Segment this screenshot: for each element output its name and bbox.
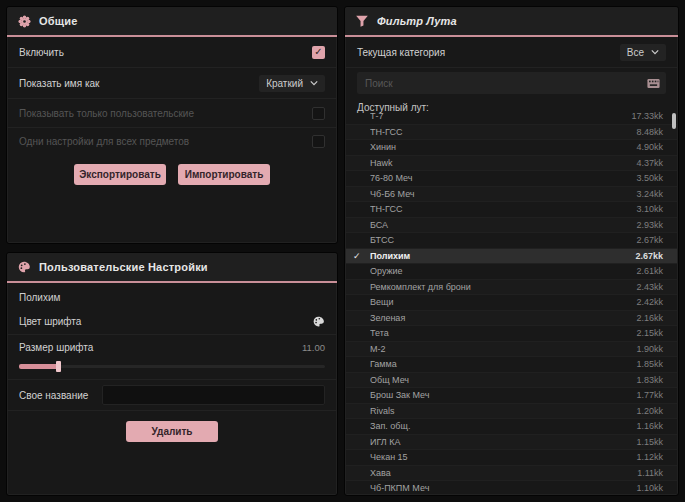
loot-item-value: 17.33kk <box>631 111 663 121</box>
loot-item-name: Rivals <box>370 406 636 416</box>
list-item[interactable]: ✓Полихим2.67kk <box>346 249 677 265</box>
display-name-dropdown[interactable]: Краткий <box>259 75 325 92</box>
list-item[interactable]: Вещи2.42kk <box>346 295 677 311</box>
loot-item-value: 1.11kk <box>637 468 663 478</box>
list-item[interactable]: Rivals1.20kk <box>346 404 677 420</box>
category-value: Все <box>627 47 644 58</box>
loot-item-name: Хинин <box>370 142 636 152</box>
display-name-row: Показать имя как Краткий <box>7 68 337 99</box>
loot-item-value: 2.16kk <box>636 313 663 323</box>
delete-row: Удалить <box>7 421 337 442</box>
panel-title: Фильтр Лута <box>377 15 457 27</box>
loot-item-name: Зеленая <box>370 313 636 323</box>
loot-list: Т-717.33kkТН-ГСС8.48kkХинин4.90kkHawk4.3… <box>346 109 677 494</box>
only-custom-checkbox[interactable] <box>312 107 325 120</box>
search-input[interactable] <box>363 77 640 90</box>
loot-item-name: БСА <box>370 220 636 230</box>
loot-item-name: Чб-Б6 Меч <box>370 189 636 199</box>
list-item[interactable]: Общ Меч1.83kk <box>346 373 677 389</box>
list-item[interactable]: БСА2.93kk <box>346 218 677 234</box>
loot-item-value: 1.12kk <box>636 452 663 462</box>
delete-button[interactable]: Удалить <box>126 421 218 442</box>
loot-item-name: БТСС <box>370 235 636 245</box>
loot-item-value: 1.77kk <box>636 390 663 400</box>
export-button[interactable]: Экспортировать <box>74 164 166 185</box>
list-item[interactable]: Чекан 151.12kk <box>346 450 677 466</box>
loot-item-name: Полихим <box>370 251 635 261</box>
loot-item-value: 1.90kk <box>636 344 663 354</box>
loot-item-name: ИГЛ КА <box>370 437 636 447</box>
loot-item-name: Ремкомплект для брони <box>370 282 636 292</box>
custom-name-label: Свое название <box>19 390 88 401</box>
loot-item-name: Гамма <box>370 359 636 369</box>
list-item[interactable]: Зап. общ.1.16kk <box>346 419 677 435</box>
loot-item-name: Тета <box>370 328 636 338</box>
selected-item-name: Полихим <box>7 283 337 308</box>
list-item[interactable]: БТСС2.67kk <box>346 233 677 249</box>
category-dropdown[interactable]: Все <box>620 44 666 61</box>
chevron-down-icon <box>651 48 659 56</box>
scrollbar-thumb[interactable] <box>672 113 676 129</box>
loot-item-name: Hawk <box>370 158 636 168</box>
same-settings-checkbox[interactable] <box>312 135 325 148</box>
loot-filter-settings-screen: Общие Включить ✓ Показать имя как Кратки… <box>0 0 685 502</box>
loot-item-value: 2.67kk <box>635 251 663 261</box>
loot-item-value: 2.15kk <box>636 328 663 338</box>
list-item[interactable]: Брош Зак Меч1.77kk <box>346 388 677 404</box>
selected-check-icon: ✓ <box>353 251 361 261</box>
list-item[interactable]: Т-717.33kk <box>346 109 677 125</box>
list-item[interactable]: Хинин4.90kk <box>346 140 677 156</box>
font-size-label: Размер шрифта <box>19 342 93 353</box>
enable-checkbox[interactable]: ✓ <box>312 46 325 59</box>
list-item[interactable]: Тета2.15kk <box>346 326 677 342</box>
list-item[interactable]: ИГЛ КА1.15kk <box>346 435 677 451</box>
list-item[interactable]: Гамма1.85kk <box>346 357 677 373</box>
list-item[interactable]: Hawk4.37kk <box>346 156 677 172</box>
font-size-slider-wrap <box>7 361 337 380</box>
loot-item-name: Хава <box>370 468 637 478</box>
list-item[interactable]: ТН-ГСС3.10kk <box>346 202 677 218</box>
panel-title: Пользовательские Настройки <box>39 261 208 273</box>
loot-item-value: 2.42kk <box>636 297 663 307</box>
loot-item-value: 1.15kk <box>636 437 663 447</box>
keyboard-icon[interactable] <box>646 76 660 90</box>
color-picker-icon[interactable] <box>311 314 325 328</box>
loot-item-value: 4.37kk <box>636 158 663 168</box>
loot-item-name: Т-7 <box>370 111 631 121</box>
font-color-label: Цвет шрифта <box>19 316 81 327</box>
font-color-row: Цвет шрифта <box>7 308 337 335</box>
list-item[interactable]: М-21.90kk <box>346 342 677 358</box>
loot-item-name: Общ Меч <box>370 375 636 385</box>
slider-track <box>19 365 325 368</box>
loot-item-value: 3.10kk <box>636 204 663 214</box>
same-settings-label: Одни настройки для всех предметов <box>19 136 189 147</box>
list-item[interactable]: ТН-ГСС8.48kk <box>346 125 677 141</box>
enable-row: Включить ✓ <box>7 37 337 68</box>
general-panel-header: Общие <box>7 7 337 35</box>
font-size-value: 11.00 <box>302 342 325 353</box>
list-item[interactable]: Зеленая2.16kk <box>346 311 677 327</box>
category-label: Текущая категория <box>357 47 445 58</box>
custom-name-input[interactable] <box>102 385 325 405</box>
list-item[interactable]: Чб-Б6 Меч3.24kk <box>346 187 677 203</box>
custom-settings-panel: Пользовательские Настройки Полихим Цвет … <box>6 252 338 496</box>
list-item[interactable]: 76-80 Меч3.50kk <box>346 171 677 187</box>
font-size-slider[interactable] <box>19 361 325 371</box>
loot-item-name: М-2 <box>370 344 636 354</box>
loot-item-value: 1.83kk <box>636 375 663 385</box>
loot-item-value: 3.24kk <box>636 189 663 199</box>
list-item[interactable]: Ремкомплект для брони2.43kk <box>346 280 677 296</box>
list-item[interactable]: Хава1.11kk <box>346 466 677 482</box>
only-custom-row: Показывать только пользовательские <box>7 99 337 128</box>
list-item[interactable]: Оружие2.61kk <box>346 264 677 280</box>
display-name-value: Краткий <box>266 78 303 89</box>
loot-item-name: Брош Зак Меч <box>370 390 636 400</box>
loot-item-value: 4.90kk <box>636 142 663 152</box>
loot-item-name: ТН-ГСС <box>370 204 636 214</box>
list-item[interactable]: Чб-ПКПМ Меч1.10kk <box>346 481 677 494</box>
slider-handle[interactable] <box>56 361 61 372</box>
loot-filter-panel: Фильтр Лута Текущая категория Все <box>344 6 679 496</box>
same-settings-row: Одни настройки для всех предметов <box>7 128 337 154</box>
import-button[interactable]: Импортировать <box>178 164 270 185</box>
loot-item-name: Чекан 15 <box>370 452 636 462</box>
